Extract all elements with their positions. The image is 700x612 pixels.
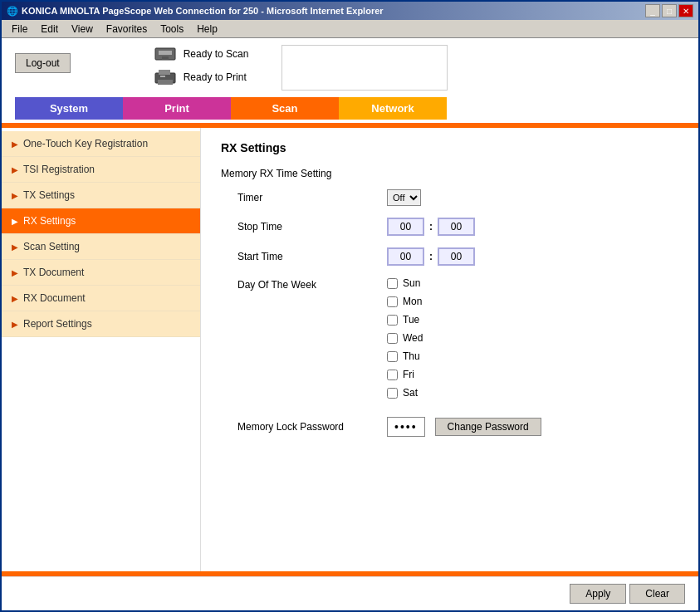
minimize-button[interactable]: _ (645, 4, 660, 17)
stop-time-minute[interactable] (438, 218, 475, 236)
time-separator-2: : (429, 251, 433, 262)
day-fri-label: Fri (403, 369, 414, 380)
menu-tools[interactable]: Tools (154, 22, 190, 36)
day-thu-row: Thu (387, 350, 423, 362)
clear-button[interactable]: Clear (629, 584, 685, 604)
time-separator-1: : (429, 221, 433, 233)
svg-rect-4 (159, 70, 170, 75)
main-content: Log-out Ready to Scan (2, 38, 698, 610)
stop-time-label: Stop Time (221, 221, 387, 233)
checkbox-sun[interactable] (387, 278, 398, 289)
day-sat-label: Sat (403, 387, 418, 399)
arrow-icon-4: ▶ (12, 242, 18, 252)
menu-favorites[interactable]: Favorites (100, 22, 154, 36)
ie-icon: 🌐 (7, 6, 18, 17)
maximize-button[interactable]: □ (662, 4, 677, 17)
arrow-icon-1: ▶ (12, 165, 18, 174)
scan-status-text: Ready to Scan (184, 48, 249, 60)
menu-view[interactable]: View (65, 22, 100, 36)
menu-bar: File Edit View Favorites Tools Help (2, 20, 698, 38)
print-status-text: Ready to Print (184, 71, 247, 83)
day-sat-row: Sat (387, 387, 423, 399)
arrow-icon-2: ▶ (12, 191, 18, 200)
timer-value: Off On (387, 189, 421, 206)
arrow-icon-0: ▶ (12, 140, 18, 149)
apply-button[interactable]: Apply (570, 584, 626, 604)
window-controls: _ □ ✕ (645, 4, 693, 17)
start-time-minute[interactable] (438, 247, 475, 266)
day-label: Day Of The Week (221, 277, 387, 291)
start-time-hour[interactable] (387, 247, 424, 266)
checkbox-thu[interactable] (387, 351, 398, 362)
section-title: Memory RX Time Setting (221, 168, 678, 179)
arrow-icon-7: ▶ (12, 320, 18, 329)
stop-time-inputs: : (387, 218, 475, 236)
day-mon-label: Mon (403, 296, 422, 307)
arrow-icon-3: ▶ (12, 217, 18, 226)
window-title: KONICA MINOLTA PageScope Web Connection … (22, 6, 384, 16)
stop-time-row: Stop Time : (221, 218, 678, 236)
svg-rect-5 (158, 80, 173, 85)
footer-buttons: Apply Clear (2, 576, 698, 610)
title-bar: 🌐 KONICA MINOLTA PageScope Web Connectio… (2, 2, 698, 20)
day-checkboxes: Sun Mon Tue Wed (387, 277, 423, 405)
day-tue-row: Tue (387, 314, 423, 326)
change-password-button[interactable]: Change Password (435, 418, 541, 436)
timer-label: Timer (221, 192, 387, 203)
checkbox-tue[interactable] (387, 315, 398, 326)
sidebar-item-rx-settings[interactable]: ▶ RX Settings (2, 208, 200, 234)
printer-icon (154, 68, 177, 86)
tab-system[interactable]: System (15, 97, 123, 120)
sidebar-item-scan-setting[interactable]: ▶ Scan Setting (2, 234, 200, 260)
svg-rect-1 (159, 51, 172, 55)
tab-scan[interactable]: Scan (231, 97, 339, 120)
sidebar: ▶ One-Touch Key Registration ▶ TSI Regis… (2, 128, 201, 571)
checkbox-mon[interactable] (387, 296, 398, 307)
password-area: •••• Change Password (387, 417, 541, 437)
timer-select[interactable]: Off On (387, 189, 421, 206)
sidebar-item-rx-document[interactable]: ▶ RX Document (2, 286, 200, 311)
sidebar-item-tx-document[interactable]: ▶ TX Document (2, 260, 200, 286)
stop-time-hour[interactable] (387, 218, 424, 236)
day-wed-row: Wed (387, 332, 423, 344)
start-time-label: Start Time (221, 251, 387, 262)
status-area: Ready to Scan Ready to Print (154, 45, 249, 86)
checkbox-fri[interactable] (387, 370, 398, 380)
sidebar-item-report-settings[interactable]: ▶ Report Settings (2, 311, 200, 337)
menu-help[interactable]: Help (190, 22, 224, 36)
content-area: ▶ One-Touch Key Registration ▶ TSI Regis… (2, 128, 698, 571)
browser-window: 🌐 KONICA MINOLTA PageScope Web Connectio… (0, 0, 700, 612)
menu-file[interactable]: File (5, 22, 34, 36)
day-wed-label: Wed (403, 332, 423, 344)
day-sun-row: Sun (387, 277, 423, 289)
main-panel: RX Settings Memory RX Time Setting Timer… (201, 128, 698, 571)
tab-print[interactable]: Print (123, 97, 231, 120)
nav-tabs: System Print Scan Network (2, 97, 698, 120)
scan-status-row: Ready to Scan (154, 45, 249, 63)
tab-network[interactable]: Network (339, 97, 447, 120)
checkbox-wed[interactable] (387, 333, 398, 344)
svg-rect-2 (162, 56, 169, 60)
timer-row: Timer Off On (221, 189, 678, 206)
panel-title: RX Settings (221, 141, 678, 154)
memory-lock-label: Memory Lock Password (221, 421, 387, 433)
day-tue-label: Tue (403, 314, 419, 326)
logout-button[interactable]: Log-out (15, 53, 71, 73)
start-time-inputs: : (387, 247, 475, 266)
close-button[interactable]: ✕ (678, 4, 693, 17)
sidebar-item-tsi[interactable]: ▶ TSI Registration (2, 157, 200, 183)
sidebar-item-one-touch[interactable]: ▶ One-Touch Key Registration (2, 131, 200, 157)
sidebar-item-tx-settings[interactable]: ▶ TX Settings (2, 183, 200, 208)
arrow-icon-6: ▶ (12, 294, 18, 303)
day-sun-label: Sun (403, 277, 420, 289)
day-of-week-row: Day Of The Week Sun Mon Tue (221, 277, 678, 405)
checkbox-sat[interactable] (387, 388, 398, 399)
day-fri-row: Fri (387, 369, 423, 380)
menu-edit[interactable]: Edit (34, 22, 65, 36)
day-thu-label: Thu (403, 350, 420, 362)
start-time-row: Start Time : (221, 247, 678, 266)
svg-rect-6 (160, 76, 165, 77)
day-mon-row: Mon (387, 296, 423, 307)
status-display-box (281, 45, 448, 91)
password-row: Memory Lock Password •••• Change Passwor… (221, 417, 678, 437)
